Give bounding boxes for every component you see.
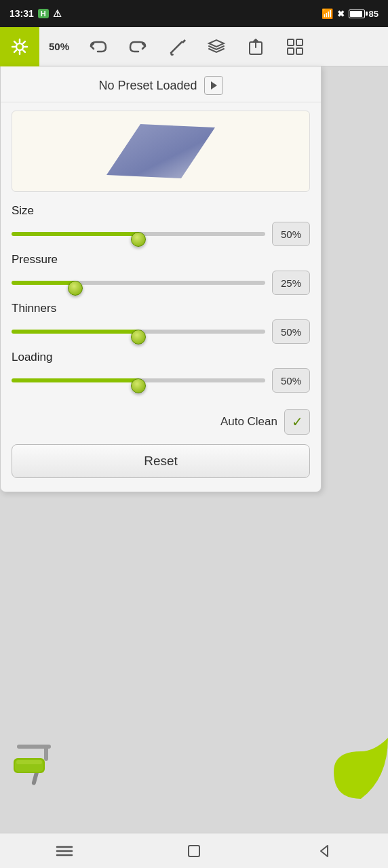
- thinners-track-wrapper[interactable]: [12, 325, 265, 338]
- battery-percent: 85: [369, 9, 379, 19]
- preset-title: No Preset Loaded: [98, 79, 197, 93]
- brush-preview: [12, 111, 310, 192]
- size-value: 50%: [272, 222, 310, 246]
- loading-track: [12, 378, 265, 382]
- settings-icon: [9, 37, 30, 57]
- battery-icon: [349, 9, 365, 18]
- svg-rect-14: [16, 760, 42, 764]
- pressure-label: Pressure: [12, 253, 310, 267]
- menu-icon: [56, 844, 73, 858]
- pressure-track: [12, 281, 265, 285]
- svg-marker-19: [321, 846, 328, 856]
- preset-play-button[interactable]: [204, 76, 223, 95]
- thinners-value: 50%: [272, 319, 310, 344]
- thinners-slider-row: Thinners 50%: [12, 302, 310, 344]
- status-right: 📶 ✖ 85: [322, 8, 379, 19]
- svg-rect-18: [189, 846, 199, 856]
- status-left: 13:31 H ⚠: [9, 8, 62, 19]
- wifi-icon: 📶: [322, 8, 333, 19]
- export-button[interactable]: [236, 27, 275, 66]
- pressure-slider-row: Pressure 25%: [12, 253, 310, 295]
- svg-marker-8: [106, 124, 215, 178]
- svg-rect-5: [288, 48, 294, 54]
- time: 13:31: [9, 8, 34, 19]
- settings-button[interactable]: [0, 27, 39, 66]
- loading-track-wrapper[interactable]: [12, 374, 265, 387]
- brush-button[interactable]: [157, 27, 197, 66]
- size-track: [12, 232, 265, 236]
- reset-label: Reset: [144, 454, 178, 469]
- auto-clean-row: Auto Clean ✓: [1, 403, 321, 440]
- svg-point-0: [16, 43, 23, 50]
- svg-rect-6: [296, 48, 303, 54]
- size-slider-container: 50%: [12, 222, 310, 246]
- loading-thumb[interactable]: [131, 378, 146, 393]
- reset-button[interactable]: Reset: [12, 444, 310, 478]
- paint-shape-svg: [334, 738, 388, 799]
- undo-icon: [88, 37, 109, 57]
- pressure-track-wrapper[interactable]: [12, 276, 265, 290]
- zoom-label: 50%: [49, 41, 69, 52]
- sliders-section: Size 50% Pressure: [1, 200, 321, 403]
- back-nav-button[interactable]: [303, 833, 344, 869]
- toolbar: 50%: [0, 27, 388, 66]
- paint-roller-icon: [7, 731, 68, 792]
- battery-fill: [350, 11, 362, 17]
- loading-value: 50%: [272, 368, 310, 393]
- thinners-track: [12, 330, 265, 334]
- thinners-label: Thinners: [12, 302, 310, 315]
- thinners-slider-container: 50%: [12, 319, 310, 344]
- pressure-value: 25%: [272, 271, 310, 295]
- layers-button[interactable]: [197, 27, 236, 66]
- zoom-display: 50%: [39, 27, 79, 66]
- brush-icon: [167, 37, 187, 57]
- size-label: Size: [12, 204, 310, 218]
- size-thumb[interactable]: [131, 232, 146, 247]
- home-icon: [186, 843, 202, 859]
- size-slider-row: Size 50%: [12, 204, 310, 246]
- redo-button[interactable]: [118, 27, 157, 66]
- pressure-slider-container: 25%: [12, 271, 310, 295]
- thinners-thumb[interactable]: [131, 330, 146, 344]
- svg-line-1: [171, 42, 182, 53]
- svg-marker-7: [211, 81, 217, 90]
- svg-rect-4: [296, 39, 303, 45]
- main-content: No Preset Loaded: [0, 66, 388, 833]
- app-icon: H: [38, 9, 49, 18]
- svg-rect-11: [44, 746, 48, 761]
- pressure-thumb[interactable]: [68, 281, 83, 296]
- grid-button[interactable]: [275, 27, 315, 66]
- preset-header: No Preset Loaded: [1, 66, 321, 102]
- alert-icon: ⚠: [53, 8, 62, 19]
- loading-slider-row: Loading 50%: [12, 351, 310, 393]
- settings-panel: No Preset Loaded: [0, 66, 322, 492]
- auto-clean-checkbox[interactable]: ✓: [284, 409, 310, 435]
- size-track-wrapper[interactable]: [12, 227, 265, 241]
- loading-label: Loading: [12, 351, 310, 364]
- paint-shape-icon: [334, 738, 388, 799]
- play-icon: [210, 81, 218, 90]
- loading-slider-container: 50%: [12, 368, 310, 393]
- auto-clean-label: Auto Clean: [220, 415, 277, 429]
- no-sim-icon: ✖: [337, 9, 345, 19]
- home-nav-button[interactable]: [174, 833, 214, 869]
- menu-nav-button[interactable]: [44, 833, 85, 869]
- back-icon: [315, 843, 332, 859]
- redo-icon: [128, 37, 148, 57]
- paint-roller-svg: [7, 731, 68, 792]
- svg-rect-3: [288, 39, 294, 45]
- grid-icon: [285, 37, 305, 57]
- brush-stroke-svg: [93, 117, 229, 185]
- bottom-nav: [0, 833, 388, 868]
- undo-button[interactable]: [79, 27, 118, 66]
- layers-icon: [206, 37, 227, 57]
- export-icon: [246, 37, 266, 57]
- status-bar: 13:31 H ⚠ 📶 ✖ 85: [0, 0, 388, 27]
